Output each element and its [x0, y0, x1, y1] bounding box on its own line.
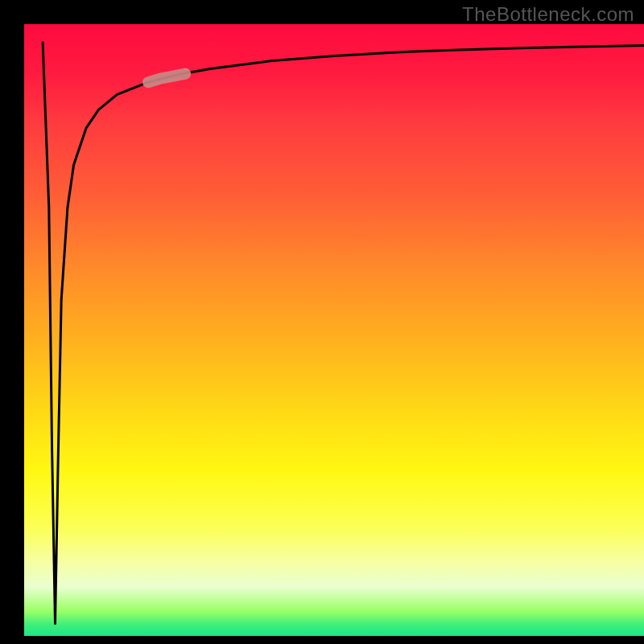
y-axis-margin — [0, 24, 24, 636]
bottleneck-curve — [43, 43, 644, 624]
x-axis-margin — [0, 636, 644, 644]
curve-layer — [24, 24, 644, 636]
selected-range-highlight — [148, 74, 185, 83]
bottleneck-chart: TheBottleneck.com — [0, 0, 644, 644]
watermark-text: TheBottleneck.com — [462, 3, 634, 26]
